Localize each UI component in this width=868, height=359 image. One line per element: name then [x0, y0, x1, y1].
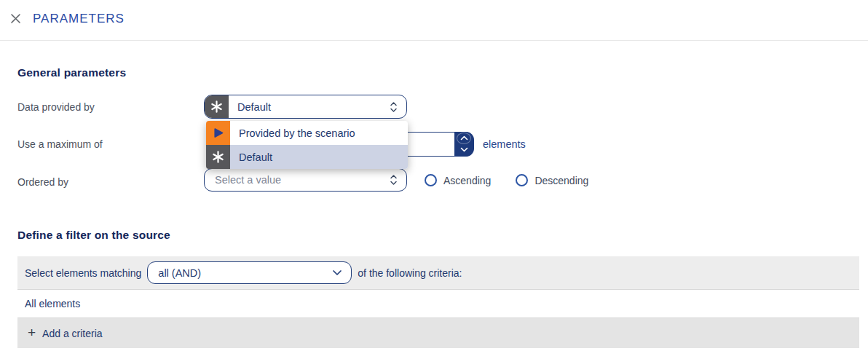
select-updown-chevron-icon: [390, 174, 398, 186]
match-mode-select[interactable]: all (AND): [147, 261, 352, 284]
spinner-down-button[interactable]: [457, 145, 470, 155]
scenario-play-icon: [206, 121, 230, 145]
option-label: Default: [230, 151, 272, 163]
filter-table: Select elements matching all (AND) of th…: [17, 256, 859, 348]
radio-descending[interactable]: Descending: [516, 174, 588, 186]
default-asterisk-icon: [206, 145, 230, 169]
filter-match-row: Select elements matching all (AND) of th…: [17, 256, 859, 290]
chevron-up-icon: [460, 135, 468, 141]
chevron-down-icon: [460, 147, 468, 152]
radio-circle-icon: [425, 174, 437, 186]
data-provided-by-select[interactable]: Default: [204, 95, 407, 119]
radio-ascending[interactable]: Ascending: [425, 174, 491, 186]
close-x-icon: [10, 13, 21, 24]
data-provided-by-dropdown: Provided by the scenario Default: [206, 121, 408, 169]
page-title: PARAMETERS: [33, 12, 125, 26]
match-suffix-label: of the following criteria:: [358, 267, 462, 279]
header-divider: [0, 40, 868, 41]
spinner-up-button[interactable]: [457, 133, 470, 143]
chevron-down-icon: [332, 269, 342, 276]
option-default[interactable]: Default: [206, 145, 408, 169]
data-provided-by-label: Data provided by: [17, 101, 95, 113]
radio-label: Descending: [534, 175, 588, 186]
match-prefix-label: Select elements matching: [25, 267, 141, 279]
general-parameters-heading: General parameters: [17, 66, 126, 79]
ordered-by-select[interactable]: Select a value: [204, 168, 407, 192]
match-mode-value: all (AND): [158, 267, 201, 279]
close-button[interactable]: [9, 12, 22, 25]
option-provided-by-the-scenario[interactable]: Provided by the scenario: [206, 121, 408, 145]
all-elements-label: All elements: [25, 298, 80, 309]
default-asterisk-icon: [205, 95, 229, 119]
data-provided-by-selected-value: Default: [229, 101, 271, 113]
all-elements-row: All elements: [17, 290, 859, 318]
ordered-by-placeholder: Select a value: [205, 174, 281, 186]
use-a-maximum-of-label: Use a maximum of: [17, 138, 103, 150]
plus-icon: +: [28, 326, 36, 339]
sort-direction-radios: Ascending Descending: [425, 174, 588, 186]
number-spinner: [454, 132, 474, 157]
ordered-by-label: Ordered by: [17, 176, 68, 188]
add-criteria-label: Add a criteria: [42, 328, 102, 339]
filter-section-heading: Define a filter on the source: [17, 229, 170, 242]
parameters-panel: PARAMETERS General parameters Data provi…: [0, 0, 868, 359]
option-label: Provided by the scenario: [230, 127, 355, 139]
radio-circle-icon: [516, 174, 528, 186]
select-updown-chevron-icon: [390, 100, 398, 113]
radio-label: Ascending: [443, 175, 491, 186]
add-criteria-button[interactable]: + Add a criteria: [17, 318, 859, 348]
elements-suffix-label: elements: [483, 138, 526, 150]
